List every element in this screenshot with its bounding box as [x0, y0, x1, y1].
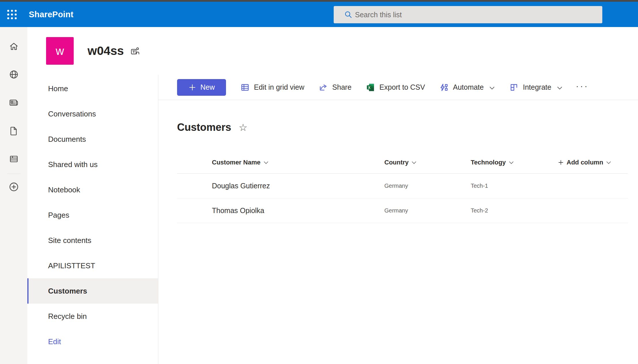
add-column-button[interactable]: Add column — [558, 159, 628, 166]
news-icon — [9, 97, 19, 108]
table-header-row: Customer Name Country Technology — [177, 151, 628, 174]
document-icon — [9, 126, 19, 136]
rail-globe-button[interactable] — [0, 60, 27, 89]
sidebar-item-pages[interactable]: Pages — [27, 202, 158, 228]
cell-customer-name[interactable]: Douglas Gutierrez — [177, 182, 384, 190]
list-view: New Edit in grid view — [158, 75, 638, 364]
table-row[interactable]: Thomas Opiolka Germany Tech-2 — [177, 198, 628, 223]
nav-edit-link[interactable]: Edit — [27, 329, 158, 354]
rail-documents-button[interactable] — [0, 117, 27, 145]
list-table: Customer Name Country Technology — [177, 151, 628, 223]
page-title: Customers — [177, 121, 231, 134]
sidebar-item-customers[interactable]: Customers — [27, 278, 158, 304]
star-icon[interactable]: ☆ — [239, 122, 247, 132]
plus-icon — [188, 83, 196, 91]
site-logo-letter: w — [56, 45, 64, 58]
app-rail — [0, 27, 27, 364]
site-header: w w04ss — [27, 27, 638, 75]
site-page: w w04ss Home Conversations Documents Sha… — [27, 27, 638, 364]
integrate-icon — [509, 83, 519, 92]
rail-divider — [7, 174, 20, 174]
globe-icon — [9, 69, 19, 80]
chevron-down-icon — [606, 161, 611, 164]
sidebar-item-apilisttest[interactable]: APILISTTEST — [27, 253, 158, 278]
cell-customer-name[interactable]: Thomas Opiolka — [177, 206, 384, 215]
rail-news-button[interactable] — [0, 89, 27, 117]
excel-icon: X — [366, 83, 375, 92]
sidebar-item-recycle-bin[interactable]: Recycle bin — [27, 304, 158, 329]
site-title[interactable]: w04ss — [88, 44, 124, 58]
waffle-icon — [7, 10, 17, 19]
cell-country: Germany — [384, 183, 471, 189]
suite-header: SharePoint — [0, 2, 638, 27]
automate-menu[interactable]: Automate — [439, 83, 495, 92]
sidebar-item-documents[interactable]: Documents — [27, 127, 158, 152]
command-bar: New Edit in grid view — [158, 75, 638, 100]
sidebar-item-shared-with-us[interactable]: Shared with us — [27, 152, 158, 177]
plus-icon — [558, 160, 564, 165]
list-content: Customers ☆ Customer Name Country — [158, 100, 638, 223]
cell-technology: Tech-1 — [471, 183, 558, 189]
chevron-down-icon — [509, 161, 514, 164]
rail-create-button[interactable] — [0, 177, 27, 197]
integrate-menu[interactable]: Integrate — [509, 83, 563, 92]
app-title[interactable]: SharePoint — [29, 10, 73, 19]
rail-home-button[interactable] — [0, 32, 27, 60]
app-launcher-button[interactable] — [2, 2, 21, 27]
list-icon — [9, 154, 19, 164]
edit-grid-view-button[interactable]: Edit in grid view — [240, 83, 304, 92]
site-logo[interactable]: w — [46, 37, 74, 65]
teams-icon — [130, 46, 140, 57]
more-commands-button[interactable]: ··· — [576, 81, 589, 94]
share-button[interactable]: Share — [319, 83, 352, 92]
add-icon — [8, 181, 19, 192]
automate-icon — [439, 83, 449, 92]
search-input[interactable] — [355, 11, 597, 19]
sidebar-item-home[interactable]: Home — [27, 76, 158, 101]
chevron-down-icon — [263, 161, 269, 164]
search-icon — [344, 10, 353, 19]
chevron-down-icon — [557, 83, 563, 91]
chevron-down-icon — [489, 83, 495, 91]
grid-view-icon — [240, 83, 250, 92]
cell-country: Germany — [384, 207, 471, 214]
svg-text:X: X — [368, 85, 370, 89]
home-icon — [9, 41, 19, 51]
cell-technology: Tech-2 — [471, 207, 558, 214]
export-csv-button[interactable]: X Export to CSV — [366, 83, 425, 92]
new-button[interactable]: New — [177, 79, 226, 96]
ellipsis-icon: ··· — [576, 81, 589, 91]
chevron-down-icon — [411, 161, 417, 164]
column-header-technology[interactable]: Technology — [471, 159, 558, 166]
sidebar-item-site-contents[interactable]: Site contents — [27, 228, 158, 253]
sidebar-item-conversations[interactable]: Conversations — [27, 101, 158, 127]
search-box[interactable] — [334, 6, 602, 23]
site-navigation: Home Conversations Documents Shared with… — [27, 75, 158, 364]
rail-lists-button[interactable] — [0, 145, 27, 173]
share-icon — [319, 83, 328, 92]
table-row[interactable]: Douglas Gutierrez Germany Tech-1 — [177, 174, 628, 198]
sidebar-item-notebook[interactable]: Notebook — [27, 177, 158, 202]
column-header-customer-name[interactable]: Customer Name — [177, 159, 384, 166]
column-header-country[interactable]: Country — [384, 159, 471, 166]
sharepoint-window: SharePoint — [0, 0, 638, 364]
